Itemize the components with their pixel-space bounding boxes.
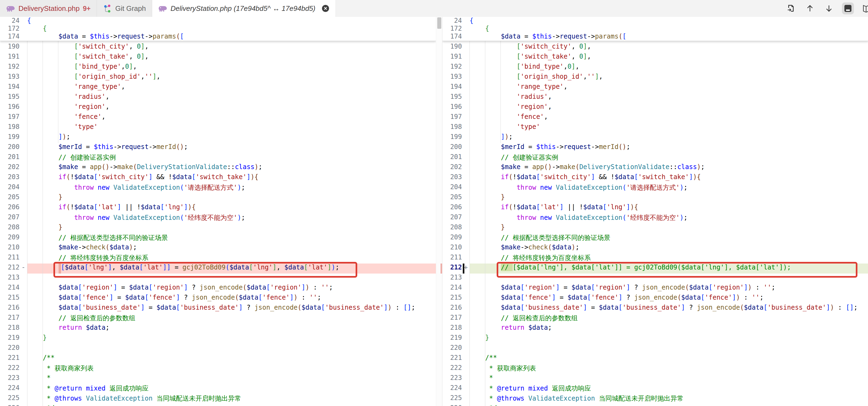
code-line[interactable]: 226 */ [0,404,436,406]
code-line[interactable]: 210 $make->check($data); [442,243,868,254]
diff-pane-modified[interactable]: 189 ['business_date', []],190 ['switch_c… [442,17,868,406]
code-line[interactable]: 215 $data['fence'] = $data['fence'] ? js… [442,294,868,304]
code-line[interactable]: 206 if(!$data['lat'] || !$data['lng']){ [0,203,436,213]
diff-pane-original[interactable]: 189 ['business_date', []],190 ['switch_c… [0,17,436,406]
code-line[interactable]: 202 $make = app()->make(DeliveryStationV… [0,163,436,173]
toggle-view-button[interactable] [842,2,854,14]
code-line[interactable]: 198 'type' [0,123,436,133]
code-line[interactable]: 214 $data['region'] = $data['region'] ? … [442,284,868,294]
tab-deliverystation-diff[interactable]: DeliveryStation.php (17e94bd5^ ↔ 17e94bd… [152,0,336,17]
code-line[interactable]: 24{ [0,17,436,25]
code-line[interactable]: 192 ['bind_type',0], [0,63,436,73]
diff-editor: 189 ['business_date', []],190 ['switch_c… [0,17,868,406]
code-line[interactable]: 200 $merId = $this->request->merId(); [442,143,868,153]
code-line[interactable]: 219 } [442,334,868,344]
code-line[interactable]: 221 /** [0,354,436,364]
code-line[interactable]: 192 ['bind_type',0], [442,63,868,73]
code-line[interactable]: 211 // 将经纬度转换为百度坐标系 [0,254,436,263]
code-line[interactable]: 220 [442,344,868,354]
code-line[interactable]: 195 'radius', [0,93,436,103]
line-number: 221 [442,354,462,364]
code-line[interactable]: 225 * @throws ValidateException 当同城配送未开启… [0,394,436,404]
tab-deliverystation[interactable]: DeliveryStation.php 9+ [0,0,97,17]
code-line[interactable]: 203 if(!$data['switch_city'] && !$data['… [0,173,436,183]
code-line[interactable]: 212- [$data['lng'], $data['lat']] = gcj0… [0,263,436,273]
code-line[interactable]: 191 ['switch_take', 0], [442,53,868,63]
code-line[interactable]: 224 * @return mixed 返回成功响应 [442,384,868,394]
code-line[interactable]: 194 'range_type', [0,83,436,93]
code-line[interactable]: 196 'region', [442,103,868,113]
go-to-file-button[interactable] [785,2,797,14]
code-line[interactable]: 204 throw new ValidateException('请选择配送方式… [442,183,868,193]
code-line[interactable]: 208 } [0,223,436,233]
code-line[interactable]: 174 $data = $this->request->params([ [442,33,868,40]
line-number: 200 [442,143,462,153]
code-line[interactable]: 209 // 根据配送类型选择不同的验证场景 [0,233,436,243]
code-line[interactable]: 210 $make->check($data); [0,243,436,254]
code-line[interactable]: 212+ // [$data['lng'], $data['lat']] = g… [442,263,868,273]
compare-book-button[interactable] [861,2,868,14]
code-line[interactable]: 193 ['origin_shop_id',''], [442,73,868,83]
code-line[interactable]: 218 return $data; [442,324,868,334]
previous-change-button[interactable] [804,2,816,14]
code-line[interactable]: 215 $data['fence'] = $data['fence'] ? js… [0,294,436,304]
line-number: 211 [0,254,20,263]
code-line[interactable]: 214 $data['region'] = $data['region'] ? … [0,284,436,294]
code-line[interactable]: 172 { [0,25,436,33]
sticky-scroll[interactable]: 24{172 {174 $data = $this->request->para… [442,17,868,41]
code-line[interactable]: 202 $make = app()->make(DeliveryStationV… [442,163,868,173]
code-line[interactable]: 223 * [442,374,868,384]
code-line[interactable]: 209 // 根据配送类型选择不同的验证场景 [442,233,868,243]
tab-git-graph[interactable]: Git Graph [97,0,152,17]
code-line[interactable]: 225 * @throws ValidateException 当同城配送未开启… [442,394,868,404]
code-line[interactable]: 197 'fence', [442,113,868,123]
code-line[interactable]: 213 [442,273,868,284]
code-line[interactable]: 196 'region', [0,103,436,113]
sticky-scroll[interactable]: 24{172 {174 $data = $this->request->para… [0,17,436,41]
code-line[interactable]: 204 throw new ValidateException('请选择配送方式… [0,183,436,193]
code-line[interactable]: 207 throw new ValidateException('经纬度不能为空… [442,213,868,223]
panel-layout-icon [844,4,852,13]
code-line[interactable]: 226 */ [442,404,868,406]
code-line[interactable]: 194 'range_type', [442,83,868,93]
code-line[interactable]: 218 return $data; [0,324,436,334]
code-line[interactable]: 201 // 创建验证器实例 [0,153,436,163]
code-line[interactable]: 198 'type' [442,123,868,133]
code-line[interactable]: 190 ['switch_city', 0], [0,42,436,53]
code-line[interactable]: 191 ['switch_take', 0], [0,53,436,63]
next-change-button[interactable] [823,2,835,14]
code-line[interactable]: 223 * [0,374,436,384]
code-line[interactable]: 221 /** [442,354,868,364]
code-line[interactable]: 172 { [442,25,868,33]
code-line[interactable]: 219 } [0,334,436,344]
code-line[interactable]: 206 if(!$data['lat'] || !$data['lng']){ [442,203,868,213]
code-line[interactable]: 193 ['origin_shop_id',''], [0,73,436,83]
code-text: // [$data['lng'], $data['lat']] = gcj02T… [469,263,868,273]
code-line[interactable]: 201 // 创建验证器实例 [442,153,868,163]
code-line[interactable]: 217 // 返回检查后的参数数组 [442,314,868,324]
code-line[interactable]: 200 $merId = $this->request->merId(); [0,143,436,153]
code-line[interactable]: 174 $data = $this->request->params([ [0,33,436,40]
code-line[interactable]: 199 ]); [442,133,868,143]
code-line[interactable]: 213 [0,273,436,284]
code-line[interactable]: 208 } [442,223,868,233]
code-line[interactable]: 224 * @return mixed 返回成功响应 [0,384,436,394]
code-line[interactable]: 199 ]); [0,133,436,143]
code-line[interactable]: 222 * 获取商家列表 [442,364,868,374]
code-line[interactable]: 220 [0,344,436,354]
code-line[interactable]: 216 $data['business_date'] = $data['busi… [0,304,436,314]
code-line[interactable]: 207 throw new ValidateException('经纬度不能为空… [0,213,436,223]
code-line[interactable]: 203 if(!$data['switch_city'] && !$data['… [442,173,868,183]
close-icon[interactable] [321,4,330,12]
code-line[interactable]: 217 // 返回检查后的参数数组 [0,314,436,324]
code-line[interactable]: 211 // 将经纬度转换为百度坐标系 [442,254,868,263]
code-line[interactable]: 216 $data['business_date'] = $data['busi… [442,304,868,314]
code-line[interactable]: 205 } [0,193,436,203]
code-line[interactable]: 197 'fence', [0,113,436,123]
code-line[interactable]: 222 * 获取商家列表 [0,364,436,374]
code-line[interactable]: 195 'radius', [442,93,868,103]
scrollbar-handle[interactable] [437,18,441,29]
code-line[interactable]: 190 ['switch_city', 0], [442,42,868,53]
code-line[interactable]: 205 } [442,193,868,203]
code-line[interactable]: 24{ [442,17,868,25]
